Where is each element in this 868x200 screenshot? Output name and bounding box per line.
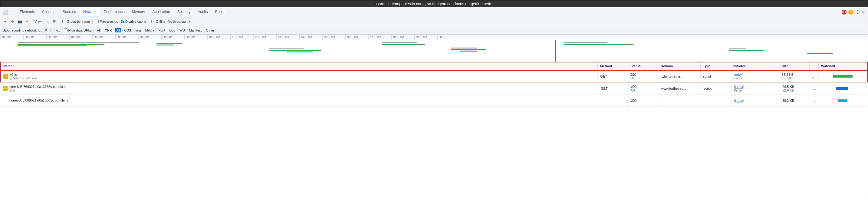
- preserve-log-label: Preserve log: [100, 20, 118, 23]
- col-header-domain[interactable]: Domain: [658, 62, 701, 70]
- record-button[interactable]: ●: [3, 19, 7, 24]
- mini-bar-7a: [729, 49, 746, 49]
- table-row[interactable]: JS home-8d5f866021af0a13665c.bundle.js 2…: [0, 94, 868, 107]
- ellipsis-button-1[interactable]: ...: [812, 74, 816, 79]
- col-header-ellipsis[interactable]: ...: [810, 62, 819, 70]
- group-by-frame-checkbox[interactable]: Group by frame: [62, 20, 90, 23]
- group-by-frame-input[interactable]: [62, 20, 66, 23]
- col-header-status[interactable]: Status: [628, 62, 658, 70]
- col-header-type[interactable]: Type: [701, 62, 731, 70]
- tab-memory[interactable]: Memory: [128, 8, 149, 17]
- panel-icon[interactable]: ▭: [9, 10, 13, 15]
- filter-js[interactable]: JS: [115, 28, 121, 32]
- file-name-1: v2.js: [10, 73, 37, 76]
- ruler-mark-1100: 1100 ms: [230, 34, 253, 40]
- table-row[interactable]: JS v2.js js.hsforms.net/forms GET 200 OK: [0, 70, 868, 82]
- cell-waterfall-2: [819, 82, 868, 94]
- ruler-mark-2000: 200: [437, 34, 460, 40]
- tab-react[interactable]: React: [212, 8, 228, 17]
- col-header-method[interactable]: Method: [598, 62, 628, 70]
- ellipsis-button-2[interactable]: ...: [813, 86, 816, 91]
- ellipsis-button-3[interactable]: ...: [813, 98, 816, 103]
- filter-media[interactable]: Media: [144, 28, 155, 32]
- table-row[interactable]: JS core-8d5f866021af0a13665c.bundle.js /…: [0, 82, 868, 94]
- timeline-ruler: 100 ms 200 ms 300 ms 400 ms 500 ms 600 m…: [0, 34, 868, 40]
- mini-bar-3b: [269, 50, 321, 51]
- separator-4: [149, 19, 149, 24]
- ruler-mark-300: 300 ms: [46, 34, 69, 40]
- offline-input[interactable]: [151, 20, 155, 23]
- devtools-tabs-right: ⊗ 1 ⚠ 1 ⋮ ✕: [842, 10, 865, 15]
- timeline-bars: [0, 40, 868, 62]
- file-name-2: core-8d5f866021af0a13665c.bundle.js: [9, 85, 66, 88]
- ruler-mark-700: 700 ms: [138, 34, 161, 40]
- tab-audits[interactable]: Audits: [194, 8, 211, 17]
- preserve-log-checkbox[interactable]: Preserve log: [95, 20, 118, 23]
- filter-css[interactable]: CSS: [123, 28, 132, 32]
- devtools-wrapper: Insurance companies in court, so that yo…: [0, 0, 868, 200]
- table-body: JS v2.js js.hsforms.net/forms GET 200 OK: [0, 70, 868, 107]
- offline-checkbox[interactable]: Offline: [151, 20, 165, 23]
- name-cell-3: home-8d5f866021af0a13665c.bundle.js: [9, 98, 68, 103]
- col-header-waterfall[interactable]: Waterfall: [819, 62, 867, 70]
- cell-status-2: 200 OK: [629, 82, 659, 94]
- close-button[interactable]: ✕: [862, 10, 865, 15]
- tab-performance[interactable]: Performance: [100, 8, 128, 17]
- tab-application[interactable]: Application: [149, 8, 174, 17]
- cell-ellipsis-3[interactable]: ...: [810, 94, 819, 106]
- mini-bar-4a: [382, 42, 417, 43]
- mini-bar-8a: [807, 53, 833, 54]
- camera-button[interactable]: 📷: [17, 19, 22, 24]
- mini-bar-1b: [18, 44, 104, 45]
- filter-font[interactable]: Font: [157, 28, 166, 32]
- mini-bar-5a: [451, 48, 477, 49]
- network-toolbar-1: ● ⊘ 📷 ▼ View: ≡ ⊞ Group by frame Preserv…: [0, 17, 868, 26]
- mini-bar-3c: [287, 52, 313, 52]
- file-name-3: home-8d5f866021af0a13665c.bundle.js: [9, 98, 68, 102]
- filter-button[interactable]: ▼: [25, 19, 29, 24]
- dock-icon[interactable]: ⬜: [3, 10, 7, 15]
- filter-all[interactable]: All: [96, 28, 102, 32]
- stop-record-label: Stop recording network log: [3, 28, 42, 32]
- mini-bar-1c: [18, 46, 87, 46]
- preserve-log-input[interactable]: [95, 20, 99, 23]
- tab-console[interactable]: Console: [38, 8, 59, 17]
- filter-img[interactable]: Img: [134, 28, 142, 32]
- error-count: 1: [844, 10, 846, 13]
- tab-elements[interactable]: Elements: [16, 8, 38, 17]
- col-header-size[interactable]: Size: [779, 62, 810, 70]
- hide-data-urls-label: Hide data URLs: [68, 28, 92, 32]
- network-table: Name Method Status Domain Type Initiator…: [0, 62, 868, 200]
- more-options-button[interactable]: ⋮: [855, 10, 860, 15]
- cell-domain-1: js.hsforms.net: [658, 71, 701, 82]
- filter-xhr[interactable]: XHR: [103, 28, 113, 32]
- mini-bar-2a: [156, 43, 183, 44]
- col-header-name[interactable]: Name: [1, 62, 598, 70]
- tab-network[interactable]: Network: [80, 8, 100, 17]
- tab-sources[interactable]: Sources: [59, 8, 80, 17]
- ruler-mark-1400: 1400 ms: [299, 34, 322, 40]
- grid-view-button[interactable]: ⊞: [52, 19, 57, 24]
- col-header-initiator[interactable]: Initiator: [731, 62, 779, 70]
- filter-manifest[interactable]: Manifest: [188, 28, 203, 32]
- throttling-dropdown-arrow[interactable]: ▼: [188, 20, 191, 23]
- cell-ellipsis-2[interactable]: ...: [810, 82, 819, 94]
- red-line-marker: [555, 40, 556, 62]
- mini-bar-3a: [269, 49, 304, 49]
- status-cell-1: 200 OK: [630, 73, 636, 80]
- ruler-mark-1800: 1800 ms: [391, 34, 414, 40]
- hide-data-urls-input[interactable]: [64, 28, 67, 32]
- cell-size-2: 26.5 KB 62.0 KB: [780, 82, 810, 94]
- filter-other[interactable]: Other: [205, 28, 216, 32]
- warning-icon: ⚠: [849, 10, 851, 13]
- filter-ws[interactable]: WS: [178, 28, 186, 32]
- filter-doc[interactable]: Doc: [168, 28, 177, 32]
- stop-button[interactable]: ⊘: [10, 19, 15, 24]
- cell-ellipsis-1[interactable]: ...: [810, 71, 819, 82]
- separator-5: [62, 28, 62, 33]
- list-view-button[interactable]: ≡: [45, 19, 51, 24]
- tab-security[interactable]: Security: [174, 8, 194, 17]
- disable-cache-checkbox[interactable]: Disable cache: [121, 20, 146, 23]
- hide-data-urls-checkbox[interactable]: Hide data URLs: [64, 28, 92, 32]
- disable-cache-input[interactable]: [121, 20, 124, 23]
